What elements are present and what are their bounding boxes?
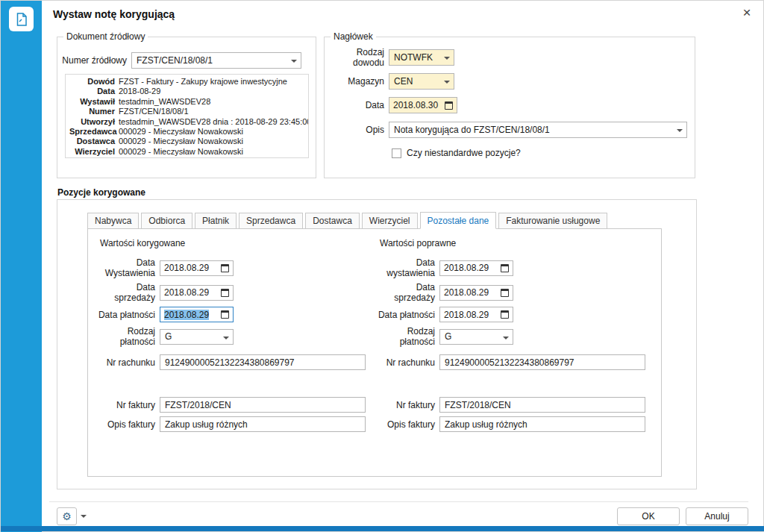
field-row: Data Wystawienia 2018.08.29 — [94, 257, 366, 278]
proper-sale-date-label: Data sprzedaży — [374, 282, 439, 303]
settings-gear-button[interactable]: ⚙ — [57, 507, 77, 525]
tab-sprzedawca[interactable]: Sprzedawca — [239, 213, 303, 229]
info-label: Dowód — [69, 77, 119, 87]
magazyn-select[interactable]: CEN — [389, 73, 454, 90]
close-icon[interactable]: × — [739, 5, 754, 20]
chevron-down-icon — [444, 81, 450, 84]
calendar-icon — [221, 310, 229, 319]
info-row: Wystawiłtestadmin_WAWSDEV28 — [69, 97, 304, 107]
corrected-invoice-description-label: Opis faktury — [94, 419, 160, 430]
tab-nabywca[interactable]: Nabywca — [87, 213, 139, 229]
tab-panel-pozostale-dane: Wartości korygowane Data Wystawienia 201… — [87, 228, 662, 477]
opis-row: Opis Nota korygująca do FZST/CEN/18/08/1 — [331, 122, 687, 138]
proper-sale-date-field[interactable]: 2018.08.29 — [439, 285, 513, 301]
corrected-values-heading: Wartości korygowane — [100, 238, 366, 248]
header-group: Nagłówek Rodzaj dowodu NOTWFK Magazyn CE… — [324, 37, 695, 178]
proper-values-heading: Wartości poprawne — [380, 238, 645, 248]
tab-wierzyciel[interactable]: Wierzyciel — [362, 213, 418, 229]
corrected-invoice-number-input[interactable]: FZST/2018/CEN — [160, 397, 366, 413]
chevron-down-icon — [444, 57, 450, 60]
corrected-account-number-value: 91249000052132234380869797 — [165, 357, 295, 368]
header-date-value: 2018.08.30 — [393, 100, 438, 110]
tab-pozostale-dane[interactable]: Pozostałe dane — [420, 212, 497, 229]
rodzaj-dowodu-value: NOTWFK — [394, 52, 433, 63]
chevron-down-icon — [503, 337, 509, 339]
calendar-icon — [445, 101, 453, 110]
info-label: Sprzedawca — [69, 127, 119, 137]
info-row: Utworzyłtestadmin_WAWSDEV28 dnia : 2018-… — [69, 117, 304, 127]
source-number-select[interactable]: FZST/CEN/18/08/1 — [131, 52, 301, 69]
info-row: DowódFZST - Faktury - Zakupy krajowe inw… — [69, 77, 304, 87]
tab-dostawca[interactable]: Dostawca — [305, 213, 360, 229]
proper-invoice-number-label: Nr faktury — [374, 400, 439, 410]
corrected-sale-date-value: 2018.08.29 — [164, 287, 209, 298]
info-row: Sprzedawca000029 - Mieczysław Nowakowski — [69, 127, 304, 137]
field-row: Data wystawienia 2018.08.29 — [374, 257, 645, 278]
source-info-box: DowódFZST - Faktury - Zakupy krajowe inw… — [65, 74, 309, 158]
tab-fakturowanie-uslugowe[interactable]: Fakturowanie usługowe — [498, 213, 607, 229]
corrected-sale-date-field[interactable]: 2018.08.29 — [160, 285, 234, 301]
info-value: 000029 - Mieczysław Nowakowski — [119, 147, 243, 157]
document-glyph — [14, 12, 29, 27]
info-label: Wierzyciel — [69, 147, 119, 157]
info-value: testadmin_WAWSDEV28 dnia : 2018-08-29 23… — [119, 117, 309, 127]
calendar-icon — [501, 289, 509, 297]
proper-sale-date-value: 2018.08.29 — [444, 287, 489, 298]
proper-invoice-number-input[interactable]: FZST/2018/CEN — [439, 397, 645, 413]
source-document-group: Dokument źródłowy Numer źródłowy FZST/CE… — [57, 37, 316, 178]
source-number-row: Numer źródłowy FZST/CEN/18/08/1 — [60, 52, 301, 69]
header-date-field[interactable]: 2018.08.30 — [389, 97, 457, 113]
calendar-icon — [221, 289, 229, 297]
proper-account-number-value: 91249000052132234380869797 — [445, 357, 574, 368]
source-number-label: Numer źródłowy — [60, 55, 131, 66]
rodzaj-dowodu-select[interactable]: NOTWFK — [389, 49, 454, 66]
info-row: Dostawca000029 - Mieczysław Nowakowski — [69, 137, 304, 146]
proper-payment-type-select[interactable]: G — [439, 329, 513, 345]
info-row: Wierzyciel000029 - Mieczysław Nowakowski — [69, 147, 304, 157]
field-row: Nr rachunku 91249000052132234380869797 — [94, 354, 366, 370]
corrected-invoice-description-input[interactable]: Zakup usług różnych — [160, 416, 366, 432]
info-label: Dostawca — [69, 137, 119, 146]
field-row: Data płatności 2018.08.29 — [374, 307, 645, 322]
proper-payment-date-field[interactable]: 2018.08.29 — [439, 307, 513, 322]
field-row: Data sprzedaży 2018.08.29 — [374, 282, 645, 303]
calendar-icon — [221, 264, 229, 272]
ok-button[interactable]: OK — [617, 507, 680, 525]
corrected-issue-date-value: 2018.08.29 — [164, 263, 209, 273]
corrected-payment-type-value: G — [165, 331, 172, 342]
proper-account-number-input[interactable]: 91249000052132234380869797 — [439, 354, 645, 370]
proper-issue-date-field[interactable]: 2018.08.29 — [439, 260, 513, 276]
proper-values-column: Wartości poprawne Data wystawienia 2018.… — [374, 238, 645, 436]
corrected-payment-type-select[interactable]: G — [160, 329, 234, 345]
opis-select[interactable]: Nota korygująca do FZST/CEN/18/08/1 — [389, 122, 687, 138]
tab-platnik[interactable]: Płatnik — [195, 213, 237, 229]
corrected-invoice-number-value: FZST/2018/CEN — [165, 400, 231, 410]
info-value: 000029 - Mieczysław Nowakowski — [119, 137, 243, 146]
info-row: NumerFZST/CEN/18/08/1 — [69, 107, 304, 116]
corrected-invoice-number-label: Nr faktury — [94, 400, 160, 410]
proper-invoice-description-input[interactable]: Zakup usług różnych — [439, 416, 645, 432]
proper-issue-date-label: Data wystawienia — [374, 257, 439, 278]
proper-invoice-description-label: Opis faktury — [374, 419, 439, 430]
calendar-icon — [501, 310, 509, 319]
info-value: testadmin_WAWSDEV28 — [119, 97, 210, 107]
opis-value: Nota korygująca do FZST/CEN/18/08/1 — [394, 125, 550, 135]
proper-payment-type-label: Rodzaj płatności — [374, 326, 439, 347]
corrected-account-number-input[interactable]: 91249000052132234380869797 — [160, 354, 366, 370]
footer-divider — [49, 501, 748, 502]
corrected-invoice-description-value: Zakup usług różnych — [165, 419, 248, 430]
corrected-issue-date-field[interactable]: 2018.08.29 — [160, 260, 234, 276]
positions-tab-strip: Nabywca Odbiorca Płatnik Sprzedawca Dost… — [87, 212, 610, 229]
tab-odbiorca[interactable]: Odbiorca — [141, 213, 192, 229]
proper-issue-date-value: 2018.08.29 — [444, 263, 489, 273]
corrected-payment-date-value: 2018.08.29 — [164, 310, 209, 320]
left-accent-bar — [1, 1, 42, 532]
field-row: Nr rachunku 91249000052132234380869797 — [374, 354, 645, 370]
cancel-button[interactable]: Anuluj — [686, 507, 748, 525]
corrected-values-column: Wartości korygowane Data Wystawienia 201… — [94, 238, 366, 436]
gear-menu-chevron-icon[interactable] — [81, 515, 87, 518]
corrected-payment-date-field[interactable]: 2018.08.29 — [160, 307, 234, 322]
info-label: Data — [69, 87, 119, 96]
chevron-down-icon — [677, 129, 683, 132]
nonstandard-positions-checkbox[interactable] — [392, 148, 401, 158]
